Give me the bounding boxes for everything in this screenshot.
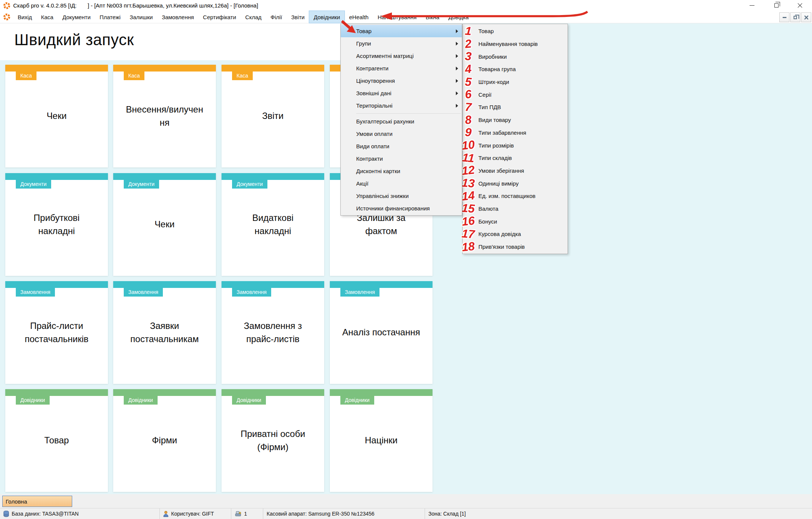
menu-items: ВихідКасаДокументиПлатежіЗалишкиЗамовлен…: [13, 11, 473, 23]
menu-item[interactable]: Замовлення: [157, 11, 198, 23]
menu-item[interactable]: Довідка: [444, 11, 473, 23]
tile-label: Чеки: [113, 173, 216, 276]
minimize-button[interactable]: [740, 0, 764, 11]
dropdown-item[interactable]: Асортиментні матриці: [341, 50, 462, 62]
tile-label: Чеки: [5, 65, 108, 167]
dropdown-item[interactable]: Ціноутворення: [341, 75, 462, 87]
menu-item[interactable]: Вікна: [421, 11, 444, 23]
submenu-arrow-icon: [456, 54, 458, 58]
minimize-icon: [783, 17, 786, 18]
dropdown-item[interactable]: Контракти: [341, 152, 462, 165]
submenu-item-label: Типи розмірів: [478, 142, 514, 149]
submenu-item[interactable]: 17 Курсова довідка: [463, 228, 568, 240]
menu-bar: ВихідКасаДокументиПлатежіЗалишкиЗамовлен…: [0, 11, 812, 23]
submenu-item-label: Валюта: [478, 205, 498, 212]
submenu-item-label: Типи забарвлення: [478, 129, 526, 136]
dropdown-item[interactable]: Товар: [341, 25, 462, 37]
tile[interactable]: Довідники Приватні особи (Фірми): [222, 389, 324, 492]
submenu-item-label: Види товару: [478, 117, 511, 123]
dropdown-item-label: Контракти: [356, 155, 383, 162]
tile[interactable]: Замовлення Замовлення з прайс-листів: [222, 281, 324, 384]
tile-label: Товар: [5, 389, 108, 492]
tile-label: Звіти: [222, 65, 324, 167]
submenu-item[interactable]: 9 Типи забарвлення: [463, 126, 568, 139]
mdi-close-button[interactable]: [801, 12, 811, 22]
tile-label: Фірми: [113, 389, 216, 492]
mdi-window-controls: [779, 12, 811, 22]
submenu-item[interactable]: 16 Бонуси: [463, 215, 568, 228]
dropdown-item[interactable]: Територіальні: [341, 99, 462, 112]
menu-item[interactable]: Каса: [36, 11, 58, 23]
tile[interactable]: Довідники Націнки: [330, 389, 433, 492]
dropdown-item[interactable]: Види оплати: [341, 140, 462, 152]
submenu-item-label: Прив'язки товарів: [478, 244, 525, 250]
submenu-item[interactable]: 7 Тип ПДВ: [463, 101, 568, 114]
status-database: База даних: TASA3@TITAN: [0, 508, 160, 519]
submenu-item[interactable]: 12 Умови зберігання: [463, 164, 568, 177]
dropdown-item[interactable]: Зовнішні дані: [341, 87, 462, 99]
annotation-number: 18: [459, 239, 478, 254]
dropdown-item-label: Види оплати: [356, 143, 389, 149]
submenu-item[interactable]: 2 Найменування товарів: [463, 38, 568, 50]
menu-item[interactable]: Склад: [241, 11, 266, 23]
submenu-item[interactable]: 5 Штрих-коди: [463, 76, 568, 88]
dropdown-item[interactable]: Акції: [341, 177, 462, 190]
dropdown-item[interactable]: Дисконтні картки: [341, 165, 462, 177]
submenu-item[interactable]: 8 Види товару: [463, 114, 568, 126]
menu-item[interactable]: Філії: [266, 11, 287, 23]
submenu-item[interactable]: 6 Серії: [463, 88, 568, 101]
status-cash-device-text: Касовий апарат: Samsung ER-350 №123456: [267, 511, 375, 517]
tile[interactable]: Замовлення Прайс-листи постачальників: [5, 281, 108, 384]
tile-label: Внесення/вилучен ня: [113, 65, 216, 167]
menu-separator: [356, 113, 461, 114]
tile[interactable]: Довідники Фірми: [113, 389, 216, 492]
tile[interactable]: Каса Чеки: [5, 65, 108, 167]
submenu-item[interactable]: 15 Валюта: [463, 202, 568, 215]
tab-holovna[interactable]: Головна: [2, 496, 72, 507]
submenu-item[interactable]: 18 Прив'язки товарів: [463, 240, 568, 253]
menu-item[interactable]: Залишки: [125, 11, 158, 23]
tile[interactable]: Замовлення Аналіз постачання: [330, 281, 433, 384]
menu-item[interactable]: Вихід: [13, 11, 36, 23]
dropdown-item-label: Управлінські знижки: [356, 193, 409, 199]
window-title: Скарб pro v. 4.0.2.85 [ІД: ] - [Апт №003…: [13, 2, 258, 9]
tile[interactable]: Документи Чеки: [113, 173, 216, 276]
tile-label: Приватні особи (Фірми): [222, 389, 324, 492]
submenu-item[interactable]: 3 Виробники: [463, 50, 568, 63]
menu-item[interactable]: Сертифікати: [199, 11, 241, 23]
submenu-item[interactable]: 4 Товарна група: [463, 63, 568, 76]
dropdown-item[interactable]: Источники финансирования: [341, 202, 462, 215]
menu-item[interactable]: Документи: [58, 11, 95, 23]
tile-label: Прибуткові накладні: [5, 173, 108, 276]
dropdown-item[interactable]: Бухгалтерські рахунки: [341, 115, 462, 128]
tile[interactable]: Замовлення Заявки постачальникам: [113, 281, 216, 384]
menu-item[interactable]: Налаштування: [373, 11, 421, 23]
tile[interactable]: Каса Внесення/вилучен ня: [113, 65, 216, 167]
dropdown-item[interactable]: Групи: [341, 37, 462, 50]
submenu-item-label: Товарна група: [478, 66, 516, 72]
menu-item[interactable]: Довідники: [309, 11, 345, 23]
menu-item[interactable]: Платежі: [95, 11, 125, 23]
user-icon: [163, 511, 168, 517]
tile[interactable]: Каса Звіти: [222, 65, 324, 167]
tile-label: Націнки: [330, 389, 433, 492]
dropdown-item-label: Умови оплати: [356, 131, 393, 137]
submenu-item[interactable]: 13 Одиниці виміру: [463, 177, 568, 190]
tile[interactable]: Документи Прибуткові накладні: [5, 173, 108, 276]
close-button[interactable]: [788, 0, 812, 11]
submenu-item[interactable]: 10 Типи розмірів: [463, 139, 568, 152]
menu-item[interactable]: Звіти: [287, 11, 309, 23]
tile[interactable]: Документи Видаткові накладні: [222, 173, 324, 276]
dropdown-item[interactable]: Контрагенти: [341, 62, 462, 75]
submenu-items: 1 Товар 2 Найменування товарів 3 Виробни…: [463, 25, 568, 253]
restore-button[interactable]: [764, 0, 788, 11]
submenu-item[interactable]: 11 Типи складів: [463, 152, 568, 164]
menu-item[interactable]: eHealth: [345, 11, 373, 23]
dropdown-item[interactable]: Управлінські знижки: [341, 190, 462, 202]
mdi-restore-button[interactable]: [790, 12, 800, 22]
submenu-item[interactable]: 1 Товар: [463, 25, 568, 38]
mdi-minimize-button[interactable]: [779, 12, 789, 22]
dropdown-item[interactable]: Умови оплати: [341, 128, 462, 140]
tile[interactable]: Довідники Товар: [5, 389, 108, 492]
submenu-item[interactable]: 14 Ед. изм. поставщиков: [463, 190, 568, 202]
